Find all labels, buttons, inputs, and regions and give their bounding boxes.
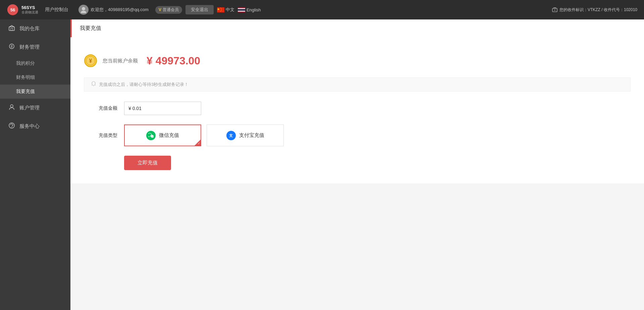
payment-type-row: 充值类型 微信充值 ✓ 支 支付宝充值 [84, 124, 631, 146]
submit-button[interactable]: 立即充值 [124, 156, 171, 170]
wechat-option[interactable]: 微信充值 ✓ [124, 124, 201, 146]
lang-en-label: English [247, 7, 261, 12]
user-info: 欢迎您，409889195@qq.com [78, 5, 149, 15]
finance-icon [8, 43, 15, 51]
main-content: 我要充值 ¥ 您当前账户余额 ¥ 49973.00 充值成功之后，请耐心等待3秒… [70, 19, 644, 310]
alipay-icon: 支 [226, 131, 236, 140]
logo-sub: 全易物流通 [21, 10, 38, 15]
sidebar-sub-points[interactable]: 我的积分 [0, 56, 70, 70]
type-label: 充值类型 [84, 133, 124, 139]
sidebar-item-account[interactable]: 账户管理 [0, 99, 70, 117]
account-icon [8, 104, 15, 112]
notice-text: 充值成功之后，请耐心等待3秒生成财务记录！ [99, 82, 189, 88]
balance-label: 您当前账户余额 [103, 58, 138, 64]
flag-th-icon [238, 7, 245, 12]
finance-label: 财务管理 [19, 44, 40, 50]
wechat-icon [146, 131, 156, 140]
logout-button[interactable]: 安全退出 [185, 5, 214, 14]
lang-zh[interactable]: 中文 [217, 7, 234, 13]
alipay-label: 支付宝充值 [239, 132, 264, 139]
check-mark: ✓ [198, 142, 200, 145]
member-badge: V 普通会员 [155, 6, 182, 14]
svg-point-2 [82, 7, 85, 10]
statement-label: 财务明细 [16, 74, 35, 80]
submit-row: 立即充值 [84, 156, 631, 170]
service-icon [8, 122, 15, 130]
parcel-info-text: 您的收件标识：VTKZZ / 收件代号：102010 [559, 7, 637, 13]
lang-zh-label: 中文 [226, 7, 234, 13]
parcel-icon [552, 7, 557, 12]
svg-text:支: 支 [229, 134, 233, 138]
parcel-info: 您的收件标识：VTKZZ / 收件代号：102010 [552, 7, 637, 13]
sidebar-sub-statement[interactable]: 财务明细 [0, 70, 70, 85]
svg-point-19 [10, 105, 13, 107]
language-options: 中文 English [217, 7, 261, 13]
logo-icon: 56 [7, 4, 19, 16]
header: 56 56SYS 全易物流通 用户控制台 欢迎您，409889195@qq.co… [0, 0, 644, 19]
service-label: 服务中心 [19, 123, 40, 130]
sidebar: 我的仓库 财务管理 我的积分 财务明细 我要充值 账户管理 服 [0, 19, 70, 310]
content-area: ¥ 您当前账户余额 ¥ 49973.00 充值成功之后，请耐心等待3秒生成财务记… [70, 37, 644, 184]
sidebar-item-finance[interactable]: 财务管理 [0, 38, 70, 56]
svg-point-3 [81, 11, 86, 13]
page-title: 我要充值 [80, 25, 101, 31]
page-header: 我要充值 [70, 19, 644, 37]
wechat-label: 微信充值 [159, 132, 179, 139]
amount-label: 充值金额 [84, 105, 124, 111]
alipay-option[interactable]: 支 支付宝充值 [207, 124, 284, 146]
lang-en[interactable]: English [238, 7, 261, 12]
svg-point-20 [11, 127, 12, 127]
balance-section: ¥ 您当前账户余额 ¥ 49973.00 [84, 47, 631, 78]
svg-point-25 [151, 136, 152, 137]
flag-cn-icon [217, 7, 224, 12]
svg-rect-16 [9, 27, 14, 31]
sidebar-item-service[interactable]: 服务中心 [0, 117, 70, 136]
notice-bar: 充值成功之后，请耐心等待3秒生成财务记录！ [84, 78, 631, 92]
points-label: 我的积分 [16, 60, 35, 66]
notice-icon [91, 81, 96, 88]
svg-rect-12 [238, 9, 245, 11]
nav-label: 用户控制台 [45, 7, 68, 13]
welcome-text: 欢迎您，409889195@qq.com [91, 7, 149, 13]
warehouse-icon [8, 25, 15, 33]
logo: 56 56SYS 全易物流通 [7, 4, 38, 16]
svg-text:¥: ¥ [89, 58, 92, 64]
sidebar-sub-recharge[interactable]: 我要充值 [0, 85, 70, 99]
balance-amount: ¥ 49973.00 [147, 55, 200, 67]
avatar [78, 5, 89, 15]
sidebar-item-warehouse[interactable]: 我的仓库 [0, 19, 70, 38]
account-label: 账户管理 [19, 105, 40, 111]
amount-input[interactable] [124, 102, 201, 115]
layout: 我的仓库 财务管理 我的积分 财务明细 我要充值 账户管理 服 [0, 19, 644, 310]
payment-options: 微信充值 ✓ 支 支付宝充值 [124, 124, 284, 146]
amount-form-row: 充值金额 [84, 102, 631, 115]
member-v-icon: V [159, 7, 161, 12]
svg-point-26 [152, 136, 153, 137]
svg-text:56: 56 [10, 8, 15, 12]
logo-text: 56SYS [21, 5, 38, 10]
coin-icon: ¥ [84, 54, 97, 67]
recharge-label: 我要充值 [16, 89, 35, 94]
member-level: 普通会员 [163, 7, 179, 13]
svg-rect-17 [11, 28, 13, 31]
warehouse-label: 我的仓库 [19, 25, 40, 32]
